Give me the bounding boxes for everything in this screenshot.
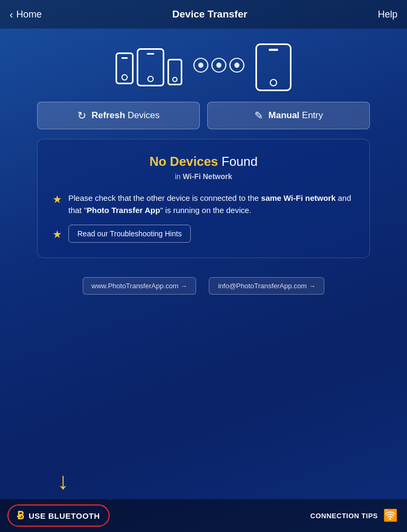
wifi-icon: 🛜 bbox=[383, 509, 397, 522]
page-title: Device Transfer bbox=[172, 8, 247, 20]
refresh-button[interactable]: ↻ Refresh Devices bbox=[37, 102, 200, 129]
device-group-left bbox=[116, 48, 182, 86]
bluetooth-section: Ƀ USE BLUETOOTH bbox=[0, 504, 110, 527]
phone-xs-icon bbox=[167, 59, 182, 85]
help-button[interactable]: Help bbox=[378, 9, 397, 20]
home-button[interactable]: ‹ Home bbox=[10, 8, 42, 21]
action-buttons-row: ↻ Refresh Devices ✎ Manual Entry bbox=[0, 102, 407, 129]
star-icon-2: ★ bbox=[52, 228, 62, 241]
troubleshoot-row: ★ Read our Troubleshooting Hints bbox=[52, 225, 355, 243]
tablet-right-icon bbox=[255, 43, 291, 91]
manual-entry-button[interactable]: ✎ Manual Entry bbox=[207, 102, 370, 129]
refresh-icon: ↻ bbox=[77, 109, 86, 122]
phone-small-icon bbox=[116, 52, 134, 84]
troubleshoot-button[interactable]: Read our Troubleshooting Hints bbox=[68, 225, 191, 243]
wifi-subtitle: in Wi-Fi Network bbox=[52, 172, 355, 181]
signal-waves-icon: ⦿⦿⦿ bbox=[192, 56, 246, 76]
bluetooth-icon: Ƀ bbox=[17, 509, 24, 522]
manual-entry-label: Manual Entry bbox=[269, 110, 323, 121]
tablet-main-icon bbox=[137, 48, 164, 86]
email-link[interactable]: info@PhotoTransferApp.com → bbox=[209, 277, 324, 295]
edit-icon: ✎ bbox=[254, 109, 263, 122]
hero-illustration: ⦿⦿⦿ bbox=[0, 29, 407, 102]
connection-tips-button[interactable]: CONNECTION TIPS 🛜 bbox=[311, 509, 407, 522]
info-card: No Devices Found in Wi-Fi Network ★ Plea… bbox=[37, 139, 370, 258]
no-devices-title: No Devices Found bbox=[52, 154, 355, 169]
connection-tips-label: CONNECTION TIPS bbox=[311, 512, 378, 520]
star-icon-1: ★ bbox=[52, 193, 62, 206]
links-row: www.PhotoTransferApp.com → info@PhotoTra… bbox=[0, 277, 407, 295]
hint-row-1: ★ Please check that the other device is … bbox=[52, 192, 355, 216]
chevron-left-icon: ‹ bbox=[10, 8, 13, 21]
home-label: Home bbox=[16, 9, 42, 20]
nav-bar: ‹ Home Device Transfer Help bbox=[0, 0, 407, 29]
website-link[interactable]: www.PhotoTransferApp.com → bbox=[83, 277, 197, 295]
refresh-label: Refresh Devices bbox=[92, 110, 160, 121]
bluetooth-label: USE BLUETOOTH bbox=[29, 511, 100, 520]
bottom-bar: Ƀ USE BLUETOOTH CONNECTION TIPS 🛜 bbox=[0, 499, 407, 532]
arrow-down-icon: ↓ bbox=[57, 469, 69, 493]
hint-text-1: Please check that the other device is co… bbox=[68, 192, 355, 216]
bluetooth-button[interactable]: Ƀ USE BLUETOOTH bbox=[7, 504, 110, 527]
